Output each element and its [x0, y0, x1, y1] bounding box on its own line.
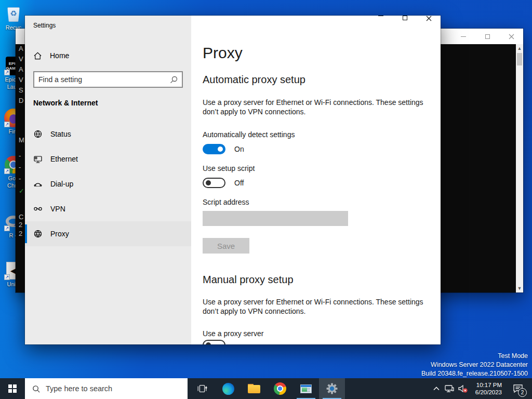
server-manager-icon [300, 384, 312, 393]
use-proxy-server-toggle[interactable] [203, 340, 225, 344]
console-scrollbar[interactable]: ▲ ▼ [516, 44, 523, 292]
sidebar-item-label: Status [50, 130, 71, 138]
taskbar-chrome-button[interactable] [267, 378, 293, 399]
maximize-icon[interactable] [475, 29, 499, 44]
clock-date: 6/20/2023 [475, 389, 502, 396]
settings-sidebar: Settings Home Network & Internet [25, 16, 191, 344]
tray-chevron-button[interactable] [430, 378, 443, 399]
script-address-label: Script address [203, 198, 249, 206]
sidebar-item-dialup[interactable]: Dial-up [25, 171, 191, 196]
status-icon [33, 129, 43, 139]
notification-count-badge: 2 [518, 388, 527, 397]
action-center-button[interactable]: 2 [508, 378, 528, 399]
taskbar-edge-button[interactable] [215, 378, 241, 399]
taskbar: 10:17 PM 6/20/2023 2 [0, 378, 532, 399]
task-view-button[interactable] [189, 378, 215, 399]
search-icon [168, 75, 182, 84]
sidebar-item-ethernet[interactable]: Ethernet [25, 147, 191, 171]
settings-gear-icon [326, 382, 338, 395]
sidebar-item-label: VPN [50, 205, 65, 213]
manual-proxy-description: Use a proxy server for Ethernet or Wi-Fi… [203, 297, 431, 316]
settings-search-box[interactable] [33, 71, 183, 88]
edge-icon [222, 383, 234, 395]
desktop-icon-recycle-bin[interactable]: ♻ Recyc [0, 4, 27, 31]
automatic-proxy-description: Use a proxy server for Ethernet or Wi-Fi… [203, 98, 431, 116]
sidebar-item-status[interactable]: Status [25, 122, 191, 147]
test-mode-watermark: Test Mode Windows Server 2022 Datacenter… [421, 352, 528, 378]
recycle-bin-icon: ♻ [4, 4, 23, 24]
minimize-icon[interactable] [451, 29, 475, 44]
sidebar-item-vpn[interactable]: VPN [25, 196, 191, 221]
settings-content: Proxy Automatic proxy setup Use a proxy … [191, 16, 441, 344]
scroll-up-icon[interactable]: ▲ [516, 44, 523, 52]
minimize-icon[interactable] [369, 16, 393, 16]
home-icon [33, 51, 42, 60]
shortcut-arrow-icon: ↗ [4, 70, 10, 75]
shortcut-arrow-icon: ↗ [4, 122, 10, 127]
sidebar-nav: Status Ethernet Dial-up [25, 122, 191, 246]
search-icon [32, 384, 41, 393]
shortcut-arrow-icon: ↗ [4, 168, 10, 174]
scroll-down-icon[interactable]: ▼ [516, 284, 523, 292]
file-explorer-icon [248, 384, 260, 393]
dialup-icon [33, 179, 43, 189]
clock-time: 10:17 PM [476, 381, 502, 389]
taskbar-search-input[interactable] [46, 384, 188, 393]
taskbar-clock[interactable]: 10:17 PM 6/20/2023 [469, 378, 502, 399]
chevron-up-icon [433, 387, 440, 391]
sidebar-item-label: Home [50, 51, 69, 60]
settings-search-input[interactable] [34, 75, 168, 84]
start-button[interactable] [0, 378, 25, 399]
close-icon[interactable] [499, 29, 523, 44]
taskbar-file-explorer-button[interactable] [241, 378, 267, 399]
script-address-input[interactable] [203, 211, 348, 226]
vpn-icon [33, 204, 43, 214]
use-setup-script-label: Use setup script [203, 164, 255, 172]
page-title: Proxy [203, 44, 243, 62]
window-title: Settings [33, 22, 56, 29]
tray-network-button[interactable] [443, 378, 456, 399]
close-icon[interactable] [417, 16, 441, 21]
scrollbar-thumb[interactable] [517, 53, 522, 65]
shortcut-arrow-icon: ↗ [4, 225, 10, 231]
network-icon [444, 384, 455, 393]
windows-logo-icon [8, 384, 17, 393]
taskbar-settings-button[interactable] [319, 378, 345, 399]
save-button[interactable]: Save [203, 238, 249, 254]
settings-window: Settings Home Network & Internet [25, 16, 441, 344]
manual-proxy-heading: Manual proxy setup [203, 274, 294, 286]
proxy-globe-icon [33, 229, 43, 238]
taskbar-server-manager-button[interactable] [293, 378, 319, 399]
sidebar-item-label: Proxy [50, 230, 69, 238]
sidebar-item-label: Dial-up [50, 180, 73, 188]
sidebar-section-title: Network & Internet [33, 99, 98, 107]
sidebar-item-proxy[interactable]: Proxy [25, 221, 191, 246]
detect-settings-label: Automatically detect settings [203, 130, 295, 139]
maximize-icon[interactable] [393, 16, 417, 20]
ethernet-icon [33, 154, 43, 164]
chrome-icon [274, 382, 286, 395]
tray-volume-button[interactable] [456, 378, 470, 399]
taskbar-search-box[interactable] [25, 378, 188, 399]
use-proxy-server-label: Use a proxy server [203, 329, 263, 338]
task-view-icon [196, 383, 208, 394]
desktop: ♻ Recyc EPICGAMES ↗ Epic GLaun ↗ Fire ↗ … [0, 0, 532, 399]
toggle-state-label: On [234, 145, 244, 153]
sidebar-item-label: Ethernet [50, 155, 78, 163]
detect-settings-toggle[interactable] [203, 144, 225, 154]
use-setup-script-toggle[interactable] [203, 178, 225, 188]
speaker-muted-icon [457, 384, 469, 393]
automatic-proxy-heading: Automatic proxy setup [203, 74, 305, 86]
shortcut-arrow-icon: ↗ [4, 274, 10, 280]
sidebar-item-home[interactable]: Home [33, 47, 183, 64]
toggle-state-label: Off [234, 179, 244, 187]
